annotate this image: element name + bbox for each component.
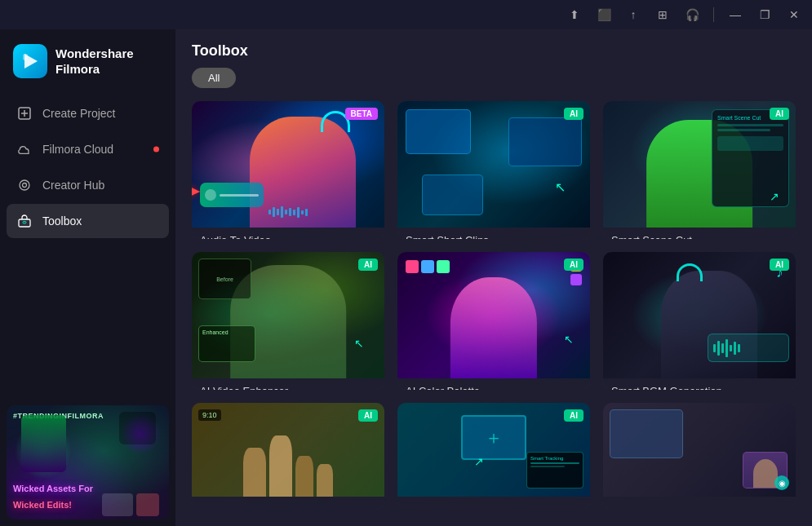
- svg-rect-8: [23, 222, 26, 224]
- send-icon[interactable]: ⬆: [563, 3, 586, 26]
- tool-thumb-row3-1: 9:10 AI: [192, 403, 384, 497]
- filter-bar: All: [192, 68, 796, 88]
- tool-card-ai-video-enhancer[interactable]: Before Enhanced ↖ AI AI Video Enhancer: [192, 252, 384, 390]
- title-bar: ⬆ ⬛ ↑ ⊞ 🎧 — ❐ ✕: [0, 0, 812, 29]
- tool-badge-ai-video-enhancer: AI: [358, 259, 378, 271]
- tool-badge-row3-1: AI: [358, 409, 378, 422]
- title-bar-separator: [713, 7, 714, 22]
- tool-badge-row3-2: AI: [564, 409, 583, 422]
- app-logo: Wondershare Filmora: [0, 29, 175, 96]
- tool-thumb-smart-bgm-generation: ♪ AI: [603, 252, 796, 378]
- monitor-icon[interactable]: ⬛: [592, 3, 615, 26]
- tool-card-ai-color-palette[interactable]: ↖ AI AI Color Palette: [397, 252, 590, 390]
- tool-label-row3-2: [397, 497, 590, 510]
- content-header: Toolbox All: [175, 29, 812, 96]
- promo-card[interactable]: #TRENDINGINFILMORA Wicked Assets For Wic…: [7, 405, 169, 519]
- tool-card-audio-to-video[interactable]: ➤: [192, 101, 384, 239]
- grid-icon[interactable]: ⊞: [651, 3, 674, 26]
- tool-badge-smart-short-clips: AI: [564, 108, 583, 120]
- sidebar-label-filmora-cloud: Filmora Cloud: [42, 143, 113, 156]
- sidebar-item-filmora-cloud[interactable]: Filmora Cloud: [7, 132, 169, 166]
- sidebar-item-toolbox[interactable]: Toolbox: [7, 204, 169, 238]
- tool-card-smart-short-clips[interactable]: ↖ AI Smart Short Clips: [397, 101, 590, 239]
- sidebar-bottom: #TRENDINGINFILMORA Wicked Assets For Wic…: [0, 399, 175, 526]
- sidebar-item-create-project[interactable]: Create Project: [7, 96, 169, 130]
- svg-rect-1: [23, 54, 28, 60]
- filmora-cloud-icon: [16, 141, 33, 157]
- logo-icon: [13, 44, 47, 78]
- filter-all-button[interactable]: All: [192, 68, 236, 88]
- tool-label-smart-scene-cut: Smart Scene Cut: [603, 228, 796, 239]
- main-layout: Wondershare Filmora Create Project: [0, 29, 812, 526]
- maximize-button[interactable]: ❐: [753, 3, 776, 26]
- tool-thumb-ai-color-palette: ↖ AI: [397, 252, 590, 378]
- promo-title-line1: Wicked Assets For: [13, 484, 169, 493]
- app-name: Wondershare Filmora: [55, 46, 162, 77]
- svg-point-6: [23, 183, 27, 188]
- tool-label-row3-3: [603, 497, 796, 510]
- tool-thumb-row3-2: ＋ Smart Tracking ↗ AI: [397, 403, 590, 497]
- content-area: Toolbox All ➤: [175, 29, 812, 526]
- tool-badge-audio-to-video: BETA: [345, 108, 378, 120]
- toolbox-icon: [16, 213, 33, 229]
- tools-grid: ➤: [175, 96, 812, 526]
- tool-card-smart-bgm-generation[interactable]: ♪ AI Smart BGM Generation: [603, 252, 796, 390]
- tool-label-ai-video-enhancer: AI Video Enhancer: [192, 378, 384, 390]
- tool-thumb-row3-3: ◉: [603, 403, 796, 497]
- tool-card-row3-1[interactable]: 9:10 AI: [192, 403, 384, 510]
- tool-label-ai-color-palette: AI Color Palette: [397, 378, 590, 390]
- tool-badge-smart-scene-cut: AI: [770, 108, 789, 120]
- upload-icon[interactable]: ↑: [622, 3, 645, 26]
- tool-label-smart-bgm-generation: Smart BGM Generation: [603, 378, 796, 390]
- sidebar-item-creator-hub[interactable]: Creator Hub: [7, 168, 169, 202]
- headset-icon[interactable]: 🎧: [681, 3, 703, 26]
- svg-point-5: [20, 180, 29, 190]
- filmora-cloud-notification-dot: [153, 147, 159, 152]
- sidebar-label-toolbox: Toolbox: [42, 214, 82, 228]
- tool-label-audio-to-video: Audio To Video: [192, 228, 384, 239]
- sidebar: Wondershare Filmora Create Project: [0, 29, 175, 526]
- tool-label-row3-1: [192, 497, 384, 510]
- sidebar-nav: Create Project Filmora Cloud: [0, 96, 175, 238]
- tool-thumb-audio-to-video: BETA: [192, 101, 384, 228]
- tool-thumb-smart-short-clips: ↖ AI: [397, 101, 590, 228]
- sidebar-label-create-project: Create Project: [42, 107, 115, 120]
- minimize-button[interactable]: —: [724, 3, 747, 26]
- tool-card-row3-3[interactable]: ◉: [603, 403, 796, 510]
- tool-thumb-smart-scene-cut: Smart Scene Cut ↗ AI: [603, 101, 796, 228]
- tool-badge-smart-bgm-generation: AI: [770, 259, 789, 271]
- page-title: Toolbox: [192, 42, 796, 60]
- tool-badge-ai-color-palette: AI: [564, 259, 583, 271]
- tool-card-row3-2[interactable]: ＋ Smart Tracking ↗ AI: [397, 403, 590, 510]
- create-project-icon: [16, 105, 33, 122]
- tool-thumb-ai-video-enhancer: Before Enhanced ↖ AI: [192, 252, 384, 378]
- promo-card-bg: #TRENDINGINFILMORA Wicked Assets For Wic…: [7, 405, 169, 519]
- tool-label-smart-short-clips: Smart Short Clips: [397, 228, 590, 239]
- promo-mini-thumb: [102, 493, 133, 516]
- sidebar-label-creator-hub: Creator Hub: [42, 179, 104, 192]
- close-button[interactable]: ✕: [783, 3, 805, 26]
- arrow-pointer: ➤: [192, 175, 202, 206]
- tool-card-smart-scene-cut[interactable]: Smart Scene Cut ↗ AI Smart Scene Cut: [603, 101, 796, 239]
- promo-mini-avatar: [136, 493, 159, 516]
- creator-hub-icon: [16, 177, 33, 193]
- title-bar-icons: ⬆ ⬛ ↑ ⊞ 🎧 — ❐ ✕: [563, 3, 805, 26]
